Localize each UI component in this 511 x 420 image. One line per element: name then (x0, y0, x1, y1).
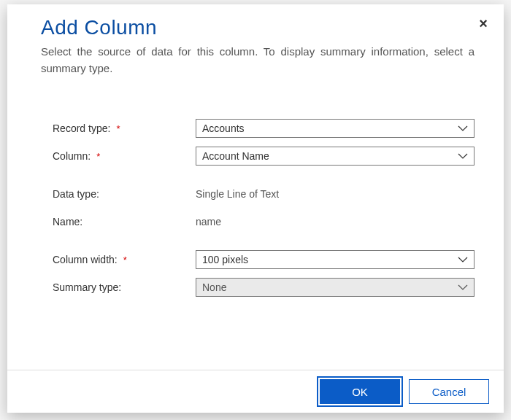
required-marker: * (96, 151, 100, 162)
label-name: Name: (53, 216, 196, 228)
cancel-button[interactable]: Cancel (409, 379, 489, 404)
select-value: Accounts (202, 122, 245, 134)
name-value: name (196, 216, 221, 228)
row-name: Name: name (53, 212, 474, 231)
close-button[interactable]: × (479, 16, 488, 31)
label-summary-type: Summary type: (53, 281, 196, 293)
label-text: Summary type: (53, 281, 121, 293)
label-text: Name: (53, 216, 82, 228)
add-column-dialog: Add Column Select the source of data for… (7, 4, 504, 413)
required-marker: * (116, 123, 120, 134)
dialog-footer: OK Cancel (7, 370, 504, 413)
select-value: None (202, 281, 226, 293)
select-value: Account Name (202, 150, 269, 162)
dialog-header: Add Column Select the source of data for… (7, 4, 504, 84)
close-icon: × (479, 15, 488, 31)
label-text: Data type: (53, 188, 99, 200)
label-text: Column: (53, 150, 91, 162)
required-marker: * (123, 254, 127, 265)
select-value: 100 pixels (202, 254, 248, 265)
chevron-down-icon (458, 284, 468, 290)
row-column: Column: * Account Name (53, 147, 474, 166)
button-label: OK (352, 386, 368, 398)
label-data-type: Data type: (53, 188, 196, 200)
summary-type-select: None (196, 278, 474, 297)
row-record-type: Record type: * Accounts (53, 119, 474, 138)
record-type-select[interactable]: Accounts (196, 119, 474, 138)
row-data-type: Data type: Single Line of Text (53, 184, 474, 203)
dialog-title: Add Column (41, 16, 474, 39)
label-column-width: Column width: * (53, 254, 196, 265)
dialog-subtitle: Select the source of data for this colum… (41, 44, 474, 77)
data-type-value: Single Line of Text (196, 188, 279, 200)
label-record-type: Record type: * (53, 122, 196, 134)
label-column: Column: * (53, 150, 196, 162)
row-column-width: Column width: * 100 pixels (53, 250, 474, 269)
chevron-down-icon (458, 125, 468, 131)
column-select[interactable]: Account Name (196, 147, 474, 166)
label-text: Record type: (53, 122, 110, 134)
column-width-select[interactable]: 100 pixels (196, 250, 474, 269)
chevron-down-icon (458, 257, 468, 262)
chevron-down-icon (458, 153, 468, 159)
ok-button[interactable]: OK (320, 379, 400, 404)
button-label: Cancel (432, 386, 466, 398)
label-text: Column width: (53, 254, 118, 265)
form-area: Record type: * Accounts Column: * Accoun… (7, 84, 504, 370)
row-summary-type: Summary type: None (53, 278, 474, 297)
